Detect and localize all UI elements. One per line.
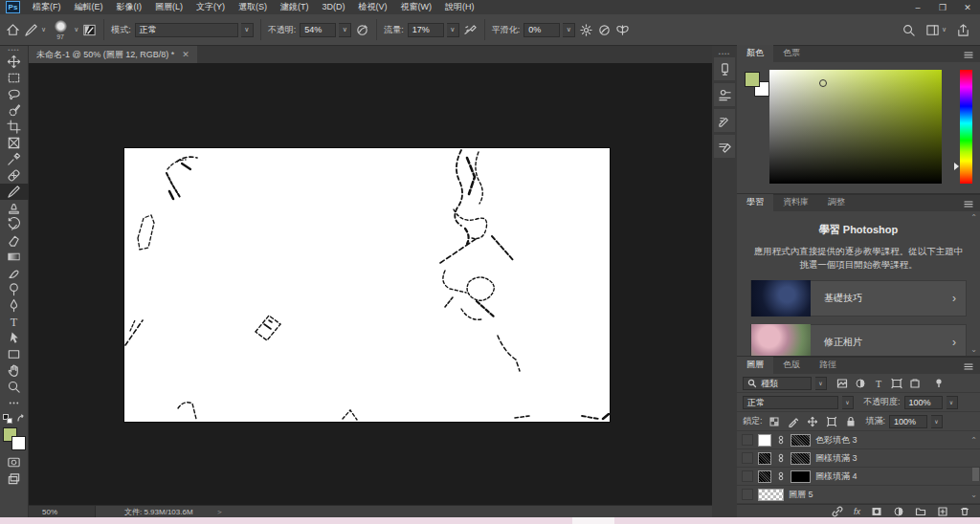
- brush-settings-toggle-icon[interactable]: [82, 23, 97, 37]
- panel-menu-icon[interactable]: [963, 49, 980, 60]
- brush-settings-panel-icon[interactable]: [714, 109, 735, 132]
- saturation-brightness-field[interactable]: [769, 70, 942, 184]
- delete-layer-trash-icon[interactable]: [959, 506, 970, 517]
- quick-selection-tool[interactable]: [0, 102, 29, 119]
- default-colors-icon[interactable]: [3, 414, 12, 424]
- layer-filter-select[interactable]: 種類: [743, 377, 812, 390]
- layer-thumbnail[interactable]: [758, 489, 784, 501]
- learn-card-photos[interactable]: 修正相片 ›: [750, 324, 967, 357]
- type-tool[interactable]: T: [0, 314, 29, 330]
- mask-thumbnail[interactable]: [791, 452, 811, 465]
- gradient-tool[interactable]: [0, 249, 29, 265]
- hue-slider[interactable]: [960, 70, 972, 184]
- scroll-up-icon[interactable]: ⌃: [970, 436, 980, 445]
- restore-button[interactable]: ❐: [930, 0, 955, 14]
- menu-layer[interactable]: 圖層(L): [148, 0, 189, 14]
- pressure-size-icon[interactable]: [597, 23, 612, 37]
- filter-adjustment-layers-icon[interactable]: [855, 378, 866, 389]
- lock-position-icon[interactable]: [807, 416, 818, 427]
- menu-help[interactable]: 說明(H): [438, 0, 481, 14]
- new-group-folder-icon[interactable]: [915, 506, 926, 517]
- menu-select[interactable]: 選取(S): [232, 0, 274, 14]
- hand-tool[interactable]: [0, 362, 29, 379]
- pressure-opacity-icon[interactable]: [355, 23, 369, 37]
- layer-name[interactable]: 圖樣填滿 3: [815, 452, 858, 465]
- menu-type[interactable]: 文字(Y): [189, 0, 232, 14]
- tab-swatches[interactable]: 色票: [773, 45, 810, 62]
- marquee-tool[interactable]: [0, 70, 29, 86]
- lock-artboard-icon[interactable]: [826, 416, 837, 427]
- symmetry-butterfly-icon[interactable]: [615, 23, 630, 37]
- layer-thumbnail[interactable]: [758, 434, 771, 447]
- layer-blend-mode-select[interactable]: 正常: [743, 396, 838, 409]
- mask-thumbnail[interactable]: [791, 470, 811, 483]
- add-mask-icon[interactable]: [871, 506, 882, 517]
- layer-opacity-input[interactable]: 100%: [904, 396, 943, 409]
- close-tab-icon[interactable]: ✕: [182, 50, 189, 59]
- airbrush-icon[interactable]: [463, 23, 478, 37]
- frame-tool[interactable]: [0, 135, 29, 151]
- flow-input[interactable]: 17% ∨: [408, 23, 459, 37]
- visibility-toggle[interactable]: [742, 470, 753, 482]
- layer-name[interactable]: 圖樣填滿 4: [815, 470, 858, 483]
- scroll-up-icon[interactable]: ⌃: [970, 213, 977, 222]
- brush-tool[interactable]: [0, 184, 29, 200]
- move-tool[interactable]: [0, 54, 29, 70]
- layer-name[interactable]: 色彩填色 3: [815, 434, 858, 447]
- search-icon[interactable]: [902, 23, 916, 37]
- menu-filter[interactable]: 濾鏡(T): [274, 0, 316, 14]
- smoothing-options-gear-icon[interactable]: [579, 23, 593, 37]
- layer-row[interactable]: 圖樣填滿 3: [737, 449, 980, 468]
- layer-thumbnail[interactable]: [758, 452, 771, 465]
- canvas-pasteboard[interactable]: [29, 63, 712, 505]
- document-tab[interactable]: 未命名-1 @ 50% (圖層 12, RGB/8) * ✕: [29, 46, 197, 63]
- menu-window[interactable]: 視窗(W): [394, 0, 439, 14]
- menu-view[interactable]: 檢視(V): [352, 0, 394, 14]
- history-panel-icon[interactable]: [714, 57, 735, 80]
- tool-preset-picker[interactable]: ∨: [24, 23, 46, 37]
- workspace-switcher[interactable]: ∨: [925, 23, 947, 37]
- tab-paths[interactable]: 路徑: [810, 357, 846, 374]
- screen-mode-button[interactable]: [0, 470, 29, 487]
- layer-row[interactable]: 圖樣填滿 4: [737, 468, 980, 486]
- panel-menu-icon[interactable]: [963, 360, 980, 372]
- layers-scrollbar[interactable]: [972, 468, 979, 481]
- document-canvas[interactable]: [124, 148, 610, 422]
- quick-mask-button[interactable]: [0, 454, 29, 470]
- status-options-chevron-icon[interactable]: ＞: [216, 507, 224, 517]
- add-adjustment-icon[interactable]: [893, 506, 904, 517]
- tab-color[interactable]: 顏色: [737, 45, 773, 62]
- mask-thumbnail[interactable]: [791, 434, 811, 447]
- blend-mode-select[interactable]: 正常 ∨: [135, 23, 254, 37]
- learn-card-basics[interactable]: 基礎技巧 ›: [750, 280, 967, 317]
- path-select-tool[interactable]: [0, 330, 29, 346]
- color-field-marker[interactable]: [819, 79, 827, 87]
- eraser-tool[interactable]: [0, 232, 29, 249]
- lock-all-icon[interactable]: [845, 416, 857, 427]
- home-icon[interactable]: [6, 23, 20, 37]
- minimize-button[interactable]: –: [905, 0, 930, 14]
- layer-fill-input[interactable]: 100%: [889, 415, 927, 428]
- tab-channels[interactable]: 色版: [773, 357, 810, 374]
- brush-preset-picker[interactable]: 97 ∨: [50, 20, 78, 40]
- lock-transparency-icon[interactable]: [768, 416, 780, 427]
- hue-slider-marker[interactable]: [954, 163, 959, 170]
- layer-row[interactable]: 圖層 5 ⌄: [737, 486, 980, 504]
- layer-thumbnail[interactable]: [758, 470, 771, 483]
- dodge-tool[interactable]: [0, 281, 29, 297]
- crop-tool[interactable]: [0, 119, 29, 135]
- brushes-panel-icon[interactable]: [714, 135, 735, 158]
- visibility-toggle[interactable]: [742, 452, 753, 464]
- filter-shape-layers-icon[interactable]: [891, 378, 902, 389]
- edit-toolbar-ellipsis-icon[interactable]: [0, 395, 29, 411]
- lasso-tool[interactable]: [0, 86, 29, 102]
- link-layers-icon[interactable]: [832, 506, 843, 517]
- filter-toggle-pin-icon[interactable]: [933, 378, 945, 389]
- healing-brush-tool[interactable]: [0, 167, 29, 184]
- tab-layers[interactable]: 圖層: [737, 357, 773, 374]
- history-brush-tool[interactable]: [0, 216, 29, 232]
- clone-stamp-tool[interactable]: [0, 200, 29, 216]
- smoothing-input[interactable]: 0% ∨: [523, 23, 575, 37]
- panel-drag-handle[interactable]: ••••: [719, 50, 730, 57]
- layer-style-fx-icon[interactable]: fx: [854, 507, 860, 516]
